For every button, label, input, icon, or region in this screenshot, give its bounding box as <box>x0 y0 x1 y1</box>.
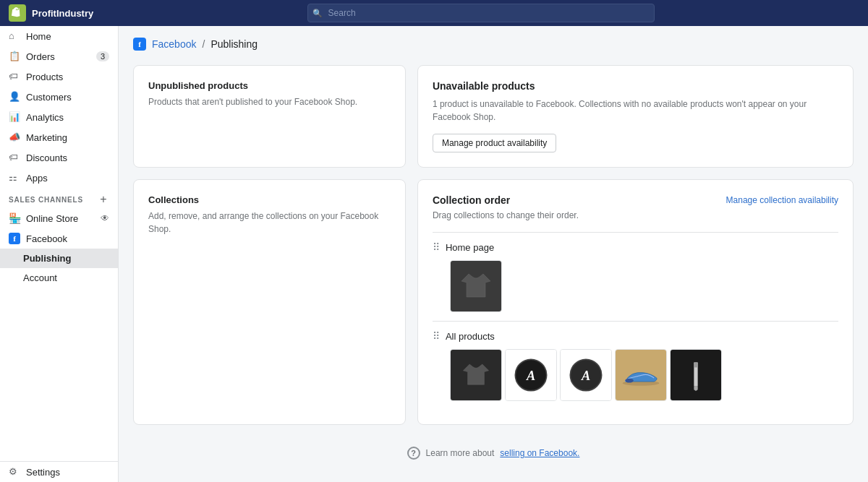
collection-order-title: Collection order <box>433 194 510 206</box>
shoe-svg <box>620 363 662 387</box>
sidebar-item-online-store[interactable]: 🏪 Online Store 👁 <box>0 208 118 228</box>
brand-name: ProfitIndustry <box>32 8 93 19</box>
brand: ProfitIndustry <box>9 4 93 22</box>
unavailable-products-card: Unavailable products 1 product is unavai… <box>417 65 854 168</box>
thumb-logo2: A <box>560 349 612 401</box>
top-nav: ProfitIndustry 🔍 <box>0 0 868 26</box>
breadcrumb-facebook-icon: f <box>133 38 146 51</box>
top-cards-row: Unpublished products Products that aren'… <box>133 65 854 168</box>
unavailable-description: 1 product is unavailable to Facebook. Co… <box>433 98 838 124</box>
drag-handle-icon[interactable]: ⠿ <box>433 241 440 253</box>
logo1-svg: A <box>513 357 549 393</box>
sidebar-item-discounts[interactable]: 🏷 Discounts <box>0 147 118 168</box>
thumb-tshirt-home <box>450 260 502 312</box>
collection-order-description: Drag collections to change their order. <box>433 210 838 220</box>
main-content: f Facebook / Publishing Unpublished prod… <box>119 26 868 482</box>
collection-item-all-products: ⠿ All products <box>433 321 838 410</box>
orders-icon: 📋 <box>9 51 20 62</box>
sales-channels-section: SALES CHANNELS + <box>0 194 118 208</box>
collection-item-header-all: ⠿ All products <box>433 330 838 342</box>
sidebar-bottom: ⚙ Settings <box>0 461 118 482</box>
breadcrumb-facebook-link[interactable]: Facebook <box>152 38 196 50</box>
sales-channels-label: SALES CHANNELS <box>9 196 98 204</box>
sidebar-item-products[interactable]: 🏷 Products <box>0 66 118 87</box>
collections-row: Collections Add, remove, and arrange the… <box>133 179 854 425</box>
store-icon: 🏪 <box>9 212 20 224</box>
breadcrumb: f Facebook / Publishing <box>133 38 854 51</box>
svg-rect-8 <box>694 362 697 367</box>
thumb-pen <box>670 349 722 401</box>
settings-icon: ⚙ <box>9 466 20 478</box>
collections-title: Collections <box>148 194 391 205</box>
collection-order-card: Collection order Manage collection avail… <box>417 179 854 425</box>
add-channel-button[interactable]: + <box>98 194 109 205</box>
sidebar-item-account[interactable]: Account <box>0 268 118 288</box>
svg-text:A: A <box>581 369 590 383</box>
orders-badge: 3 <box>96 51 109 61</box>
unavailable-title: Unavailable products <box>433 80 838 92</box>
marketing-icon: 📣 <box>9 132 20 143</box>
home-icon: ⌂ <box>9 30 20 42</box>
sidebar-item-customers[interactable]: 👤 Customers <box>0 87 118 107</box>
collection-name: Home page <box>446 242 494 253</box>
sidebar-item-apps[interactable]: ⚏ Apps <box>0 168 118 188</box>
unpublished-description: Products that aren't published to your F… <box>148 95 391 108</box>
thumb-tshirt-all <box>450 349 502 401</box>
collection-order-header: Collection order Manage collection avail… <box>433 194 838 206</box>
sidebar-item-analytics[interactable]: 📊 Analytics <box>0 107 118 127</box>
svg-point-5 <box>625 379 634 383</box>
brand-icon <box>9 4 26 22</box>
collection-thumbnails-all: A A <box>433 349 838 401</box>
shopify-logo <box>12 7 23 19</box>
search-icon: 🔍 <box>312 9 323 18</box>
breadcrumb-separator: / <box>202 38 205 50</box>
apps-icon: ⚏ <box>9 172 20 184</box>
collection-thumbnails-home <box>433 260 838 312</box>
footer-link[interactable]: selling on Facebook. <box>500 448 579 458</box>
unpublished-title: Unpublished products <box>148 80 391 91</box>
collection-name-all: All products <box>446 331 495 342</box>
analytics-icon: 📊 <box>9 111 20 123</box>
search-input[interactable] <box>307 4 655 22</box>
main-layout: ⌂ Home 📋 Orders 3 🏷 Products 👤 Customers… <box>0 26 868 482</box>
drag-handle-icon-all[interactable]: ⠿ <box>433 330 440 342</box>
tshirt-svg <box>458 268 494 304</box>
manage-availability-button[interactable]: Manage product availability <box>433 134 556 152</box>
thumb-shoe <box>615 349 667 401</box>
logo2-svg: A <box>568 357 604 393</box>
customers-icon: 👤 <box>9 91 20 103</box>
eye-icon: 👁 <box>101 213 109 223</box>
search-bar: 🔍 <box>307 4 655 22</box>
sidebar-item-settings[interactable]: ⚙ Settings <box>0 462 118 482</box>
facebook-icon: f <box>9 233 20 244</box>
svg-text:A: A <box>526 369 535 383</box>
collection-item-header: ⠿ Home page <box>433 241 838 253</box>
discounts-icon: 🏷 <box>9 152 20 163</box>
collections-card: Collections Add, remove, and arrange the… <box>133 179 406 425</box>
unpublished-products-card: Unpublished products Products that aren'… <box>133 65 406 168</box>
sidebar-item-facebook[interactable]: f Facebook <box>0 228 118 249</box>
thumb-logo1: A <box>505 349 557 401</box>
sidebar: ⌂ Home 📋 Orders 3 🏷 Products 👤 Customers… <box>0 26 119 482</box>
sidebar-item-publishing[interactable]: Publishing <box>0 249 118 268</box>
help-icon: ? <box>407 447 420 460</box>
pen-svg <box>680 359 712 391</box>
tshirt-svg-small <box>460 359 492 391</box>
sidebar-item-orders[interactable]: 📋 Orders 3 <box>0 46 118 66</box>
collection-item-home-page: ⠿ Home page <box>433 232 838 321</box>
sidebar-item-home[interactable]: ⌂ Home <box>0 26 118 46</box>
footer-text: Learn more about <box>426 448 495 458</box>
svg-marker-7 <box>694 387 697 391</box>
sidebar-item-marketing[interactable]: 📣 Marketing <box>0 127 118 147</box>
manage-collection-link[interactable]: Manage collection availability <box>726 195 838 205</box>
breadcrumb-current-page: Publishing <box>210 38 258 50</box>
collections-description: Add, remove, and arrange the collections… <box>148 210 391 236</box>
products-icon: 🏷 <box>9 71 20 82</box>
footer-note: ? Learn more about selling on Facebook. <box>133 436 854 470</box>
